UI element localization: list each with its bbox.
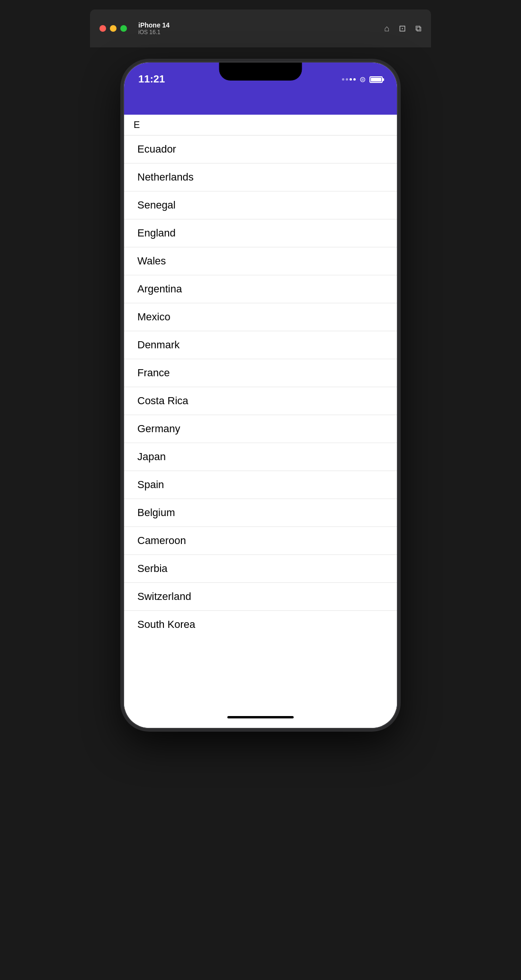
- list-item[interactable]: Argentina: [124, 275, 397, 303]
- title-bar-left: iPhone 14 iOS 16.1: [99, 21, 170, 36]
- close-dot[interactable]: [99, 25, 106, 32]
- list-item[interactable]: Serbia: [124, 555, 397, 583]
- title-bar-right: ⌂ ⊡ ⧉: [384, 23, 422, 34]
- minimize-dot[interactable]: [110, 25, 117, 32]
- status-time: 11:21: [138, 73, 165, 85]
- status-bar: 11:21 ⊜: [124, 63, 397, 115]
- list-item[interactable]: Wales: [124, 247, 397, 275]
- signal-dot-2: [346, 78, 348, 81]
- signal-dots: [342, 78, 356, 81]
- maximize-dot[interactable]: [120, 25, 127, 32]
- status-right: ⊜: [342, 75, 383, 84]
- content-area: EcuadorNetherlandsSenegalEnglandWalesArg…: [124, 115, 397, 709]
- list-item[interactable]: Japan: [124, 443, 397, 471]
- window-icon[interactable]: ⧉: [415, 24, 422, 34]
- home-icon[interactable]: ⌂: [384, 24, 389, 34]
- list-item[interactable]: Germany: [124, 415, 397, 443]
- signal-dot-3: [350, 78, 352, 81]
- list-item[interactable]: Netherlands: [124, 163, 397, 191]
- signal-dot-4: [353, 78, 356, 81]
- device-sub: iOS 16.1: [138, 29, 170, 36]
- search-input[interactable]: [134, 119, 387, 130]
- list-item[interactable]: Denmark: [124, 331, 397, 359]
- list-item[interactable]: Mexico: [124, 303, 397, 331]
- search-bar[interactable]: [124, 115, 397, 136]
- country-list: EcuadorNetherlandsSenegalEnglandWalesArg…: [124, 136, 397, 638]
- list-item[interactable]: Belgium: [124, 499, 397, 527]
- signal-dot-1: [342, 78, 344, 81]
- wifi-icon: ⊜: [359, 75, 366, 84]
- home-indicator: [124, 709, 397, 728]
- traffic-lights: [99, 25, 127, 32]
- list-item[interactable]: Switzerland: [124, 583, 397, 611]
- title-info: iPhone 14 iOS 16.1: [138, 21, 170, 36]
- home-bar: [227, 716, 294, 718]
- list-item[interactable]: Ecuador: [124, 136, 397, 163]
- battery-fill: [371, 78, 381, 82]
- screenshot-icon[interactable]: ⊡: [399, 23, 406, 34]
- list-item[interactable]: Spain: [124, 471, 397, 499]
- title-bar: iPhone 14 iOS 16.1 ⌂ ⊡ ⧉: [90, 9, 431, 47]
- list-spacer: [124, 638, 397, 709]
- phone-screen: 11:21 ⊜ EcuadorNeth: [124, 63, 397, 728]
- list-item[interactable]: Senegal: [124, 191, 397, 219]
- list-item[interactable]: France: [124, 359, 397, 387]
- list-item[interactable]: England: [124, 219, 397, 247]
- list-item[interactable]: Cameroon: [124, 527, 397, 555]
- list-item[interactable]: Costa Rica: [124, 387, 397, 415]
- device-name: iPhone 14: [138, 21, 170, 29]
- battery-icon: [369, 76, 383, 83]
- phone-frame: 11:21 ⊜ EcuadorNeth: [123, 62, 398, 729]
- list-item[interactable]: South Korea: [124, 611, 397, 638]
- notch: [219, 63, 302, 81]
